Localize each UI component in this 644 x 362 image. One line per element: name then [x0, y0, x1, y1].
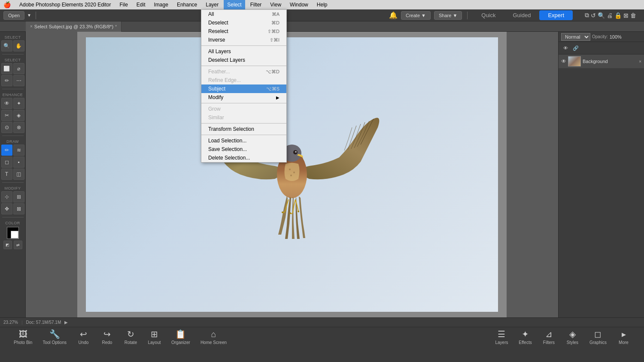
- menu-select-reselect[interactable]: Reselect ⇧⌘D: [201, 27, 286, 36]
- menu-view[interactable]: View: [267, 0, 285, 9]
- menu-load-selection[interactable]: Load Selection...: [201, 136, 286, 145]
- icon-3[interactable]: 🔍: [598, 12, 605, 19]
- zoom-tool[interactable]: 🔍: [1, 40, 12, 51]
- icon-trash[interactable]: 🗑: [630, 12, 636, 19]
- select-tools-row2: ✏ ⋯: [1, 75, 24, 86]
- home-screen-button[interactable]: ⌂ Home Screen: [195, 329, 232, 346]
- undo-button[interactable]: ↩ Undo: [72, 328, 95, 346]
- clone-stamp[interactable]: ✂: [1, 110, 12, 121]
- tab-guided[interactable]: Guided: [504, 10, 540, 20]
- marquee-tool[interactable]: ⬜: [1, 63, 12, 74]
- svg-point-9: [298, 211, 299, 212]
- magic-wand-tool[interactable]: ⋯: [13, 75, 24, 86]
- menu-select[interactable]: Select: [224, 0, 245, 9]
- transform-tool[interactable]: ⊠: [13, 203, 24, 214]
- status-arrow[interactable]: ▶: [64, 320, 68, 325]
- move-tool[interactable]: ✥: [1, 203, 12, 214]
- foreground-color[interactable]: [7, 227, 19, 239]
- brush-tool[interactable]: ✏: [1, 145, 12, 156]
- background-color[interactable]: [11, 231, 18, 238]
- crop-tool[interactable]: ⊹: [1, 191, 12, 202]
- canvas-image[interactable]: [86, 37, 498, 312]
- menu-deselect-layers-label: Deselect Layers: [208, 57, 245, 63]
- menu-bar: 🍎 Adobe Photoshop Elements 2020 Editor F…: [0, 0, 644, 9]
- enhance-tool2[interactable]: ✦: [13, 98, 24, 109]
- menu-select-all[interactable]: All ⌘A: [201, 10, 286, 18]
- graphics-button[interactable]: ◻ Graphics: [584, 328, 612, 346]
- menu-deselect-layers[interactable]: Deselect Layers: [201, 56, 286, 64]
- toolbar-separator: [36, 12, 36, 19]
- layer-item[interactable]: 👁 Background ×: [559, 54, 644, 68]
- menu-app-name[interactable]: Adobe Photoshop Elements 2020 Editor: [16, 0, 114, 9]
- organizer-button[interactable]: 📋 Organizer: [166, 328, 195, 346]
- menu-similar[interactable]: Similar: [201, 113, 286, 122]
- menu-save-selection[interactable]: Save Selection...: [201, 145, 286, 154]
- quick-select-tool[interactable]: ✏: [1, 75, 12, 86]
- rotate-button[interactable]: ↻ Rotate: [119, 328, 143, 346]
- file-tab[interactable]: × Select Subject.jpg @ 23.3% (RGB/8*) *: [26, 21, 122, 32]
- icon-2[interactable]: ↺: [591, 12, 596, 19]
- panel-eye-icon[interactable]: 👁: [561, 44, 570, 52]
- eraser-tool[interactable]: ◻: [1, 157, 12, 168]
- share-button[interactable]: Share ▼: [434, 11, 462, 20]
- lasso-tool[interactable]: ⌀: [13, 63, 24, 74]
- hand-tool[interactable]: ✋: [13, 40, 24, 51]
- redo-button[interactable]: ↪ Redo: [95, 328, 119, 346]
- blend-mode-select[interactable]: Normal Multiply Screen: [561, 33, 590, 41]
- layout-button[interactable]: ⊞ Layout: [143, 328, 166, 346]
- menu-refine-edge[interactable]: Refine Edge...: [201, 76, 286, 84]
- eye-tool[interactable]: 👁: [1, 98, 12, 109]
- layer-close-btn[interactable]: ×: [639, 59, 641, 64]
- menu-image[interactable]: Image: [151, 0, 172, 9]
- menu-delete-selection[interactable]: Delete Selection...: [201, 154, 286, 162]
- filters-button[interactable]: ⊿ Filters: [537, 328, 561, 346]
- menu-window[interactable]: Window: [286, 0, 312, 9]
- smudge-tool[interactable]: ⊗: [13, 122, 24, 133]
- open-button[interactable]: Open: [3, 11, 24, 20]
- menu-filter[interactable]: Filter: [247, 0, 265, 9]
- layers-panel-button[interactable]: ☰ Layers: [490, 328, 513, 346]
- type-tool[interactable]: T: [1, 169, 12, 180]
- panel-link-icon[interactable]: 🔗: [571, 44, 580, 52]
- create-button[interactable]: Create ▼: [401, 11, 431, 20]
- menu-file[interactable]: File: [116, 0, 131, 9]
- redo-icon: ↪: [103, 329, 111, 339]
- menu-grow[interactable]: Grow: [201, 105, 286, 113]
- paint-bucket[interactable]: ▪: [13, 157, 24, 168]
- layer-visibility-icon[interactable]: 👁: [561, 58, 566, 64]
- icon-4[interactable]: 🖨: [607, 12, 613, 19]
- default-colors[interactable]: ◩: [3, 241, 12, 249]
- styles-button[interactable]: ◈ Styles: [561, 328, 584, 346]
- impressionist-brush[interactable]: ≋: [13, 145, 24, 156]
- menu-select-deselect[interactable]: Deselect ⌘D: [201, 18, 286, 27]
- menu-layer[interactable]: Layer: [202, 0, 222, 9]
- pattern-stamp[interactable]: ◈: [13, 110, 24, 121]
- menu-edit[interactable]: Edit: [133, 0, 149, 9]
- icon-5[interactable]: 🔒: [614, 12, 622, 19]
- more-button[interactable]: ▸ More: [612, 328, 635, 346]
- tool-options-button[interactable]: 🔧 Tool Options: [37, 328, 72, 346]
- icon-1[interactable]: ⧉: [585, 12, 589, 19]
- menu-modify[interactable]: Modify ▶: [201, 93, 286, 102]
- menu-sep-5: [201, 135, 286, 135]
- file-tab-close-x[interactable]: ×: [30, 24, 33, 29]
- effects-button[interactable]: ✦ Effects: [513, 328, 537, 346]
- photo-bin-button[interactable]: 🖼 Photo Bin: [9, 329, 37, 346]
- menu-select-all-layers[interactable]: All Layers: [201, 47, 286, 56]
- menu-feather[interactable]: Feather... ⌥⌘D: [201, 67, 286, 76]
- open-dropdown-arrow[interactable]: ▼: [27, 13, 31, 18]
- menu-select-all-shortcut: ⌘A: [272, 12, 279, 17]
- menu-help[interactable]: Help: [313, 0, 331, 9]
- recompose-tool[interactable]: ⊞: [13, 191, 24, 202]
- swap-colors[interactable]: ⇄: [14, 241, 22, 249]
- tab-quick[interactable]: Quick: [473, 10, 504, 20]
- menu-transform-selection[interactable]: Transform Selection: [201, 125, 286, 133]
- icon-6[interactable]: ⊠: [623, 12, 629, 19]
- gradient-tool[interactable]: ◫: [13, 169, 24, 180]
- menu-subject[interactable]: Subject ⌥⌘S: [201, 84, 286, 93]
- notification-icon[interactable]: 🔔: [389, 11, 398, 19]
- menu-select-inverse[interactable]: Inverse ⇧⌘I: [201, 36, 286, 44]
- blur-tool[interactable]: ⊙: [1, 122, 12, 133]
- menu-enhance[interactable]: Enhance: [173, 0, 200, 9]
- tab-expert[interactable]: Expert: [539, 10, 573, 20]
